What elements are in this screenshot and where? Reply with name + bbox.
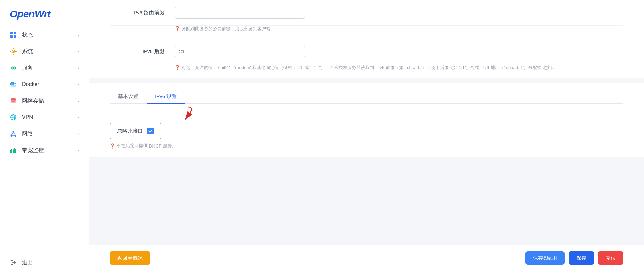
sidebar-item-system[interactable]: 系统 › (0, 43, 89, 60)
checkbox-hint: ❓ 不在此接口提供 DHCP 服务。 (110, 143, 623, 149)
checkbox-wrapper: 忽略此接口 (110, 123, 161, 139)
vpn-arrow: › (77, 115, 79, 120)
sidebar-item-service[interactable]: 服务 › (0, 60, 89, 76)
hint-text-before: 不在此接口提供 (116, 143, 148, 149)
suffix-hint-icon: ❓ (175, 65, 180, 70)
docker-label: Docker (22, 81, 39, 87)
vpn-label: VPN (22, 114, 33, 120)
tabs-bar: 基本设置 IPv6 设置 (110, 90, 623, 104)
system-arrow: › (77, 49, 79, 54)
status-arrow: › (77, 32, 79, 38)
save-apply-button[interactable]: 保存&应用 (525, 251, 565, 265)
network-label: 网络 (22, 130, 33, 138)
svg-rect-30 (10, 150, 11, 153)
ipv6-suffix-hint-row: ❓ 可选，允许的值：'eui64'、'random' 和其他固定值（例如：'::… (110, 64, 623, 78)
tab-ipv6[interactable]: IPv6 设置 (147, 90, 185, 104)
bandwidth-arrow: › (77, 148, 79, 153)
svg-point-19 (10, 85, 16, 87)
ignore-interface-field: 忽略此接口 (110, 123, 161, 139)
service-arrow: › (77, 65, 79, 71)
service-label: 服务 (22, 64, 33, 72)
save-button[interactable]: 保存 (569, 251, 594, 265)
ipv6-prefix-section: IPv6 路由前缀 ❓ 分配到此设备的公共前缀，用以分发到客户端。 IPv6 后… (89, 0, 644, 78)
storage-icon (10, 97, 17, 105)
ignore-interface-label: 忽略此接口 (117, 128, 143, 134)
logout-label: 退出 (22, 259, 33, 267)
svg-rect-33 (14, 148, 15, 153)
bandwidth-icon (10, 146, 17, 154)
docker-icon (10, 81, 17, 88)
network-icon (10, 130, 17, 138)
main-content: IPv6 路由前缀 ❓ 分配到此设备的公共前缀，用以分发到客户端。 IPv6 后… (89, 0, 644, 271)
svg-rect-31 (11, 149, 12, 153)
logo: OpenWrt (0, 0, 89, 27)
checkbox-section: 忽略此接口 ❓ 不在此接口提供 DHCP 服务。 (89, 123, 644, 157)
ipv6-suffix-input[interactable] (175, 46, 305, 57)
ipv6-prefix-hint-row: ❓ 分配到此设备的公共前缀，用以分发到客户端。 (110, 26, 623, 39)
svg-point-13 (14, 68, 15, 69)
logout-icon (10, 259, 17, 267)
bandwidth-label: 带宽监控 (22, 147, 44, 154)
ipv6-suffix-hint: ❓ 可选，允许的值：'eui64'、'random' 和其他固定值（例如：'::… (175, 64, 623, 71)
section-divider (89, 78, 644, 83)
storage-label: 网络存储 (22, 97, 44, 105)
prefix-hint-icon: ❓ (175, 26, 180, 31)
network-arrow: › (77, 131, 79, 137)
reset-button[interactable]: 复位 (598, 251, 623, 265)
ipv6-suffix-content (175, 46, 623, 57)
ipv6-prefix-content (175, 7, 623, 19)
sidebar: OpenWrt 状态 › 系统 › 服务 › (0, 0, 89, 271)
svg-rect-34 (15, 149, 16, 153)
hint-question-icon: ❓ (110, 143, 115, 149)
ipv6-prefix-hint: ❓ 分配到此设备的公共前缀，用以分发到客户端。 (175, 26, 623, 32)
svg-rect-18 (13, 82, 14, 83)
status-label: 状态 (22, 32, 33, 39)
ignore-interface-checkbox[interactable] (147, 128, 154, 134)
service-icon (10, 64, 17, 72)
ipv6-prefix-label: IPv6 路由前缀 (110, 7, 164, 16)
sidebar-item-bandwidth[interactable]: 带宽监控 › (0, 142, 89, 158)
scroll-area: IPv6 路由前缀 ❓ 分配到此设备的公共前缀，用以分发到客户端。 IPv6 后… (89, 0, 644, 271)
svg-rect-17 (11, 82, 13, 83)
svg-rect-1 (14, 32, 16, 34)
svg-point-12 (12, 68, 13, 69)
svg-rect-3 (14, 35, 16, 38)
svg-rect-32 (13, 149, 14, 153)
system-label: 系统 (22, 48, 33, 55)
logo-text: OpenWrt (10, 8, 50, 20)
svg-rect-0 (10, 32, 13, 34)
svg-rect-14 (10, 83, 11, 85)
footer-bar: 返回至概况 保存&应用 保存 复位 (89, 245, 644, 271)
ipv6-suffix-row: IPv6 后缀 (110, 39, 623, 64)
ipv6-prefix-row: IPv6 路由前缀 (110, 0, 623, 26)
tabs-section: 基本设置 IPv6 设置 (89, 83, 644, 104)
hint-dhcp-link[interactable]: DHCP (149, 143, 162, 149)
ipv6-suffix-label: IPv6 后缀 (110, 46, 164, 55)
sidebar-item-status[interactable]: 状态 › (0, 27, 89, 43)
tab-basic[interactable]: 基本设置 (110, 90, 147, 104)
red-arrow (164, 105, 195, 124)
storage-arrow: › (77, 98, 79, 104)
arrow-area (89, 104, 644, 123)
ipv6-prefix-input[interactable] (175, 7, 305, 19)
status-icon (10, 31, 17, 39)
sidebar-item-vpn[interactable]: VPN › (0, 109, 89, 126)
svg-line-27 (11, 132, 13, 135)
svg-rect-15 (11, 83, 13, 85)
content-spacer (89, 157, 644, 245)
system-icon (10, 48, 17, 55)
svg-rect-2 (10, 35, 13, 38)
sidebar-item-network[interactable]: 网络 › (0, 126, 89, 142)
svg-line-28 (13, 132, 15, 135)
docker-arrow: › (77, 82, 79, 87)
arrow-container (110, 104, 623, 123)
svg-point-24 (13, 131, 14, 133)
return-button[interactable]: 返回至概况 (110, 251, 150, 265)
sidebar-item-docker[interactable]: Docker › (0, 76, 89, 93)
sidebar-item-storage[interactable]: 网络存储 › (0, 93, 89, 109)
sidebar-item-logout[interactable]: 退出 (0, 255, 89, 271)
vpn-icon (10, 114, 17, 121)
footer-right-buttons: 保存&应用 保存 复位 (525, 251, 623, 265)
svg-point-5 (13, 51, 14, 52)
hint-text-after: 服务。 (163, 143, 176, 149)
